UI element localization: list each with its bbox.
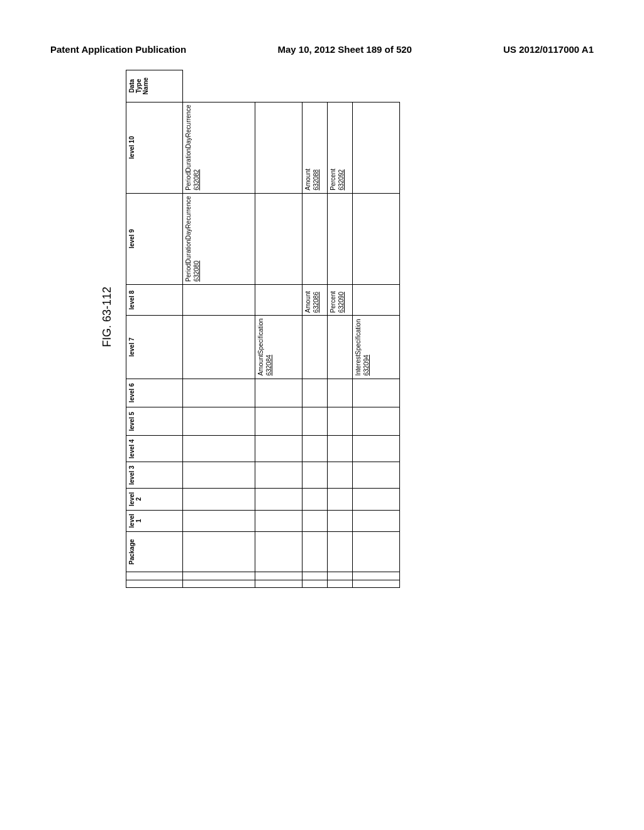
cell-l9: Amount 632086 (303, 284, 328, 316)
cell-text: PeriodDurationDayRecurrence (185, 196, 192, 282)
cell-text: Amount (304, 169, 311, 190)
table-row: Amount 632086 Amount 632088 (303, 70, 328, 588)
page-header: Patent Application Publication May 10, 2… (50, 44, 594, 55)
cell-ref: 632086 (313, 287, 319, 313)
col-package-c: Package (126, 532, 183, 572)
cell-ref: 632082 (193, 105, 200, 191)
col-level-3: level 3 (126, 462, 183, 489)
figure-label: FIG. 63-112 (101, 287, 114, 347)
cell-l10: PeriodDurationDayRecurrence 632080 (183, 193, 255, 284)
col-level-5: level 5 (126, 407, 183, 436)
col-data-type: Data Type Name (126, 70, 183, 102)
cell-l8: InterestSpecification 632094 (353, 316, 400, 379)
cell-text: Amount (304, 291, 311, 313)
cell-text: Percent (330, 169, 336, 190)
col-level-7: level 7 (126, 316, 183, 379)
cell-l9: Percent 632090 (328, 284, 353, 316)
cell-ref: 632090 (338, 287, 345, 313)
col-level-1: level 1 (126, 510, 183, 531)
cell-dt: Percent 632092 (328, 102, 353, 193)
cell-text: PeriodDurationDayRecurrence (185, 105, 192, 191)
col-level-4: level 4 (126, 436, 183, 462)
header-center: May 10, 2012 Sheet 189 of 520 (277, 44, 411, 55)
col-level-8: level 8 (126, 284, 183, 316)
col-level-9: level 9 (126, 193, 183, 284)
data-table: Package level 1 level 2 level 3 level 4 … (126, 70, 400, 588)
cell-text: AmountSpecification (257, 318, 264, 375)
data-table-container: Package level 1 level 2 level 3 level 4 … (126, 70, 400, 588)
cell-ref: 632094 (363, 318, 370, 375)
col-package-b (126, 572, 183, 580)
table-row: Percent 632090 Percent 632092 (328, 70, 353, 588)
header-right: US 2012/0117000 A1 (503, 44, 594, 55)
header-left: Patent Application Publication (50, 44, 186, 55)
cell-ref: 632080 (193, 196, 200, 282)
cell-ref: 632084 (265, 318, 272, 375)
cell-ref: 632088 (313, 105, 319, 191)
cell-l8: AmountSpecification 632084 (255, 316, 303, 379)
cell-text: InterestSpecification (355, 319, 362, 376)
col-level-2: level 2 (126, 489, 183, 510)
cell-text: Percent (330, 291, 336, 313)
table-row: InterestSpecification 632094 (353, 70, 400, 588)
table-row: PeriodDurationDayRecurrence 632080 Perio… (183, 70, 255, 588)
col-package-a (126, 580, 183, 587)
cell-dt: PeriodDurationDayRecurrence 632082 (183, 102, 255, 193)
cell-dt: Amount 632088 (303, 102, 328, 193)
cell-ref: 632092 (338, 105, 345, 191)
table-row: AmountSpecification 632084 (255, 70, 303, 588)
col-level-10: level 10 (126, 102, 183, 193)
col-level-6: level 6 (126, 379, 183, 407)
